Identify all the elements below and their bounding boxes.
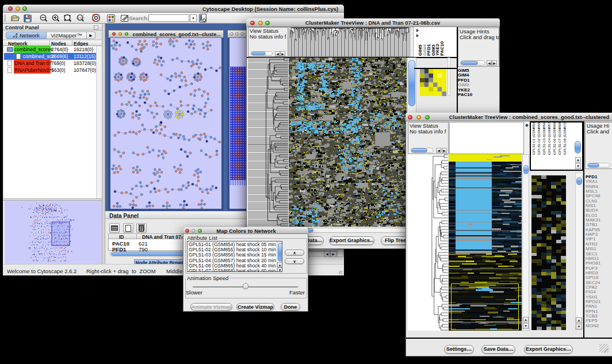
svg-text:GPL51-08 (GSM872): GPL51-08 (GSM872) (563, 122, 567, 155)
svg-text:GPL51-03 (GSM856): GPL51-03 (GSM856) (542, 122, 546, 155)
svg-text:GPL51-07 (GSM868): GPL51-07 (GSM868) (557, 122, 561, 155)
svg-text:1:1: 1:1 (78, 17, 82, 20)
svg-text:GPL51-06 (GSM865): GPL51-06 (GSM865) (552, 122, 556, 155)
svg-text:GPL51-02 (GSM855): GPL51-02 (GSM855) (537, 122, 541, 155)
svg-text:GPL51-04 (GSM857): GPL51-04 (GSM857) (547, 122, 551, 155)
svg-text:GPL51-01 (GSM854): GPL51-01 (GSM854) (531, 122, 536, 155)
svg-text:PAC10: PAC10 (439, 41, 445, 56)
